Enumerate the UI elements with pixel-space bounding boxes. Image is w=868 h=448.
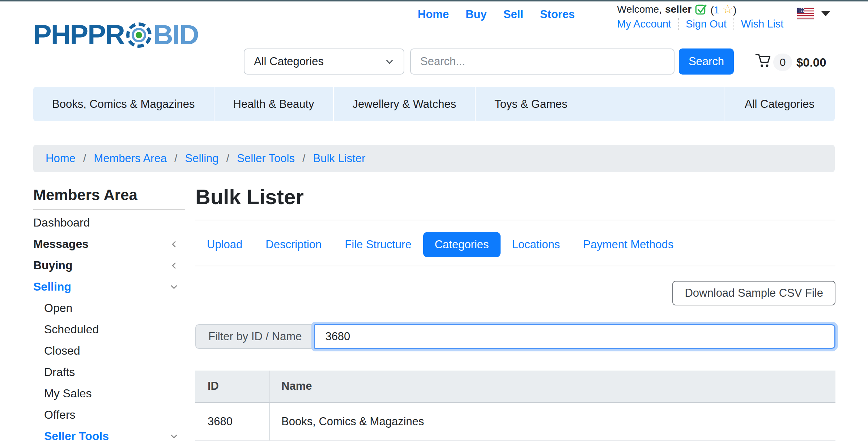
welcome-line: Welcome, seller (1 ☆) [617,3,737,16]
sidebar-item-offers[interactable]: Offers [33,404,185,426]
breadcrumb-selling[interactable]: Selling [185,152,219,165]
logo-target-icon [126,22,152,48]
cell-category-id: 3680 [195,402,269,441]
category-item-all[interactable]: All Categories [724,87,835,121]
tab-upload[interactable]: Upload [195,232,254,257]
categories-table: ID Name 3680 Books, Comics & Magazines [195,371,835,441]
rating-paren-close: ) [733,4,736,16]
nav-link-sell[interactable]: Sell [503,8,523,21]
category-nav-bar: Books, Comics & Magazines Health & Beaut… [33,87,835,121]
table-header-row: ID Name [195,371,835,402]
sidebar-divider [33,209,185,210]
us-flag-icon [797,8,814,19]
chevron-down-icon [169,282,179,292]
tab-locations[interactable]: Locations [501,232,572,257]
top-strip [0,0,868,1]
sidebar-title: Members Area [33,187,185,203]
sidebar-item-messages[interactable]: Messages [33,233,185,255]
verified-check-icon [695,3,707,16]
language-selector[interactable] [797,8,830,19]
search-input[interactable] [410,48,675,75]
logo-text-left: PHPPR [33,19,124,50]
tab-categories[interactable]: Categories [423,232,501,257]
cart-count-badge: 0 [773,54,792,71]
nav-link-buy[interactable]: Buy [465,8,487,21]
download-sample-csv-button[interactable]: Download Sample CSV File [672,281,835,305]
breadcrumb-members-area[interactable]: Members Area [94,152,167,165]
breadcrumb-separator: / [83,152,86,165]
search-category-select[interactable]: All Categories [244,48,404,75]
filter-input[interactable] [314,324,835,349]
cart-button[interactable] [754,52,772,69]
filter-label: Filter by ID / Name [195,324,314,349]
chevron-down-icon [385,57,394,66]
table-row: 3680 Books, Comics & Magazines [195,402,835,441]
breadcrumb-separator: / [174,152,178,165]
sidebar-item-my-sales[interactable]: My Sales [33,383,185,404]
rating-count: 1 [714,4,719,16]
cart-icon [754,52,772,68]
wish-list-link[interactable]: Wish List [733,18,791,30]
caret-down-icon [821,11,830,16]
divider [195,220,835,220]
main-content: Bulk Lister Upload Description File Stru… [195,185,835,441]
chevron-left-icon [169,240,179,249]
sidebar-item-dashboard[interactable]: Dashboard [33,212,185,233]
breadcrumb-bulk-lister[interactable]: Bulk Lister [313,152,366,165]
my-account-link[interactable]: My Account [617,18,678,30]
category-item-health[interactable]: Health & Beauty [214,87,333,121]
sidebar-item-seller-tools[interactable]: Seller Tools [33,426,185,447]
cell-category-name: Books, Comics & Magazines [269,402,835,441]
search-category-value: All Categories [254,55,324,68]
category-item-toys[interactable]: Toys & Games [475,87,724,121]
toolbar: Download Sample CSV File [195,281,835,305]
filter-group: Filter by ID / Name [195,324,835,349]
breadcrumb-separator: / [226,152,230,165]
tab-description[interactable]: Description [254,232,333,257]
search-button[interactable]: Search [679,48,734,75]
sidebar-item-selling[interactable]: Selling [33,276,185,297]
site-logo[interactable]: PHPPR BID [33,19,199,50]
logo-text-right: BID [153,19,199,50]
primary-nav: Home Buy Sell Stores [418,8,575,21]
sidebar-item-open[interactable]: Open [33,297,185,319]
breadcrumb-separator: / [302,152,306,165]
welcome-username: seller [665,4,692,15]
account-links: My Account Sign Out Wish List [617,18,790,30]
tab-payment-methods[interactable]: Payment Methods [571,232,685,257]
breadcrumb-home[interactable]: Home [46,152,76,165]
nav-link-home[interactable]: Home [418,8,449,21]
members-area-sidebar: Members Area Dashboard Messages Buying S… [33,187,185,447]
sign-out-link[interactable]: Sign Out [678,18,733,30]
sidebar-item-scheduled[interactable]: Scheduled [33,319,185,340]
bulk-lister-tabs: Upload Description File Structure Catego… [195,233,835,257]
category-item-books[interactable]: Books, Comics & Magazines [33,87,214,121]
tab-file-structure[interactable]: File Structure [333,232,423,257]
star-icon: ☆ [722,2,733,16]
chevron-down-icon [169,432,179,441]
sidebar-item-closed[interactable]: Closed [33,340,185,362]
welcome-greeting: Welcome, [617,4,662,15]
column-header-name: Name [269,371,835,402]
divider [195,266,835,266]
column-header-id: ID [195,371,269,402]
page: PHPPR BID Home Buy Sell Stores Welcome, … [0,0,868,448]
breadcrumb: Home / Members Area / Selling / Seller T… [33,145,835,172]
category-item-jewellery[interactable]: Jewellery & Watches [333,87,475,121]
sidebar-item-buying[interactable]: Buying [33,255,185,276]
sidebar-item-drafts[interactable]: Drafts [33,362,185,383]
page-title: Bulk Lister [195,185,835,208]
cart-total: $0.00 [796,56,826,69]
nav-link-stores[interactable]: Stores [540,8,575,21]
breadcrumb-seller-tools[interactable]: Seller Tools [237,152,295,165]
feedback-rating[interactable]: (1 ☆) [710,3,737,16]
chevron-left-icon [169,261,179,270]
